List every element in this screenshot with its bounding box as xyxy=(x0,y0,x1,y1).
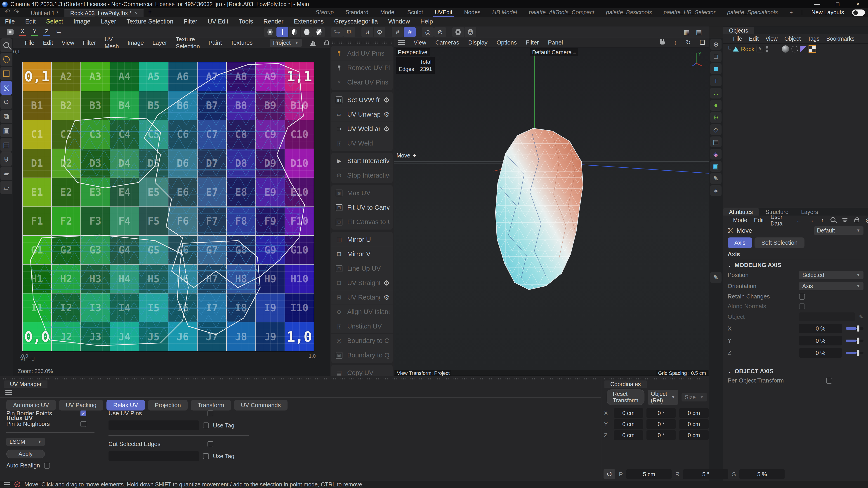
minimize-button[interactable]: — xyxy=(807,0,827,8)
dock-drag-handle[interactable] xyxy=(2,377,599,380)
uvw-tag-selected[interactable] xyxy=(809,45,816,53)
attributes-menu-edit[interactable]: Edit xyxy=(754,217,764,223)
pin-border-points-checkbox[interactable]: ✓ xyxy=(81,411,86,416)
orientation-dropdown[interactable]: Axis▼ xyxy=(799,282,864,290)
scale-y-field[interactable]: 0 cm xyxy=(679,419,709,429)
pen-icon[interactable]: ✎ xyxy=(710,173,721,184)
magic-icon[interactable]: ∗ xyxy=(710,185,721,196)
scale-tool-icon[interactable]: ⧉ xyxy=(0,109,12,123)
uv-menu-textures[interactable]: Textures xyxy=(230,39,253,46)
menu-file[interactable]: File xyxy=(5,18,15,25)
options-gear-icon[interactable]: ⚙ xyxy=(383,96,390,104)
retain-changes-checkbox[interactable] xyxy=(799,294,805,300)
menu-greyscalegorilla[interactable]: Greyscalegorilla xyxy=(334,18,378,25)
tab-layers[interactable]: Layers xyxy=(795,208,824,216)
frame-transform-icon[interactable]: ▣ xyxy=(0,124,12,137)
viewport-menu-filter[interactable]: Filter xyxy=(526,39,539,46)
normal-tag-icon[interactable] xyxy=(800,46,806,52)
layout-tab-palette-basictools[interactable]: palette_Basictools xyxy=(600,8,658,18)
uv-menu-layer[interactable]: Layer xyxy=(152,39,167,46)
attributes-menu-mode[interactable]: Mode xyxy=(733,217,747,223)
zoom-tool-icon[interactable] xyxy=(0,38,12,52)
attributes-menu-user-data[interactable]: User Data xyxy=(771,214,782,227)
x-slider[interactable] xyxy=(846,327,864,330)
uv-command-uv-weld-and-relax[interactable]: ⊃UV Weld and Relax...⚙ xyxy=(331,122,393,136)
close-button[interactable]: × xyxy=(848,0,868,8)
apply-button[interactable]: Apply xyxy=(6,450,45,458)
viewport-menu-options[interactable]: Options xyxy=(497,39,517,46)
object-axis-group[interactable]: ⌄ OBJECT AXIS xyxy=(723,365,868,376)
uv-manager-menu-icon[interactable] xyxy=(5,390,12,395)
menu-layer[interactable]: Layer xyxy=(101,18,116,25)
cluster-icon[interactable]: ∴ xyxy=(710,88,721,98)
use-tag-checkbox-2[interactable] xyxy=(203,453,209,459)
orbit-icon[interactable]: ↻ xyxy=(686,39,691,46)
uv-manager-tab-uv-commands[interactable]: UV Commands xyxy=(234,400,287,411)
object-link-field[interactable] xyxy=(799,313,855,321)
forward-icon[interactable]: → xyxy=(808,217,814,223)
rect-selection-icon[interactable] xyxy=(0,67,12,80)
lock-icon[interactable] xyxy=(324,39,329,46)
menu-uv-edit[interactable]: UV Edit xyxy=(208,18,228,25)
menu-filter[interactable]: Filter xyxy=(184,18,197,25)
modeling-axis-group[interactable]: ⌄ MODELING AXIS xyxy=(723,259,868,269)
position-y-field[interactable]: 0 cm xyxy=(614,419,643,429)
rotation-x-field[interactable]: 0 ° xyxy=(647,408,676,418)
mode-island-icon[interactable] xyxy=(301,27,313,37)
menu-tools[interactable]: Tools xyxy=(239,18,253,25)
text-icon[interactable]: T xyxy=(710,75,721,86)
viewport-menu-display[interactable]: Display xyxy=(468,39,487,46)
menu-render[interactable]: Render xyxy=(264,18,283,25)
magnet-tool-icon[interactable]: ⊌ xyxy=(0,152,12,166)
use-uv-pins-checkbox[interactable] xyxy=(208,411,213,416)
pin-to-neighbors-checkbox[interactable] xyxy=(81,421,86,427)
viewport-menu-cameras[interactable]: Cameras xyxy=(435,39,459,46)
flatten-tool-icon[interactable]: ▱ xyxy=(0,181,12,194)
size-dropdown[interactable]: Size▼ xyxy=(682,393,707,401)
uv-menu-edit[interactable]: Edit xyxy=(43,39,53,46)
per-object-transform-checkbox[interactable] xyxy=(826,378,832,384)
generator-gear-icon[interactable]: ⚙ xyxy=(710,112,721,123)
phong-tag-icon[interactable] xyxy=(792,46,798,53)
project-dropdown[interactable]: Project▼ xyxy=(270,39,302,47)
position-dropdown[interactable]: Selected▼ xyxy=(799,271,864,279)
layout-tab-sculpt[interactable]: Sculpt xyxy=(401,8,429,18)
viewport-menu-icon[interactable] xyxy=(398,40,405,45)
move-tool-icon[interactable]: ⤪ xyxy=(0,81,12,95)
up-icon[interactable]: ↑ xyxy=(821,217,824,223)
layout-tab-startup[interactable]: Startup xyxy=(310,8,340,18)
use-tag-checkbox-1[interactable] xyxy=(203,422,209,428)
axis-tab-button[interactable]: Axis xyxy=(727,237,752,248)
uv-menu-paint[interactable]: Paint xyxy=(209,39,222,46)
viewport-content[interactable]: Perspective Default Camera ⌗ Total Edges… xyxy=(394,47,709,370)
layers-tool-icon[interactable]: ▤ xyxy=(0,138,12,152)
cut-edges-tag-field[interactable] xyxy=(108,451,199,461)
target-icon[interactable]: ◎ xyxy=(866,217,868,223)
falloff-icon[interactable]: ◎ xyxy=(422,27,434,37)
filter-icon[interactable] xyxy=(842,217,848,223)
mode-uv-poly-icon[interactable] xyxy=(313,27,325,37)
uv-manager-tab-relax-uv[interactable]: Relax UV xyxy=(106,400,145,411)
uv-menu-file[interactable]: File xyxy=(25,39,34,46)
histogram-icon[interactable] xyxy=(310,39,315,46)
lock-icon[interactable] xyxy=(855,217,859,224)
undo-icon[interactable]: ↶ xyxy=(4,8,10,15)
relax-method-dropdown[interactable]: LSCM▼ xyxy=(6,437,45,446)
uv-command-mirror-u[interactable]: ◫Mirror U xyxy=(331,232,393,247)
texture-mode-icon[interactable] xyxy=(452,27,464,37)
scale-z-field[interactable]: 0 cm xyxy=(679,430,709,440)
object-name[interactable]: Rock xyxy=(741,46,754,53)
position-z-field[interactable]: 0 cm xyxy=(614,430,643,440)
uv-command-mirror-v[interactable]: ⊟Mirror V xyxy=(331,247,393,261)
axis-lock-z[interactable]: Z xyxy=(41,27,53,37)
camera-label[interactable]: Default Camera ⌗ xyxy=(530,48,578,56)
layout-tab-hb-model[interactable]: HB Model xyxy=(487,8,523,18)
skew-tool-icon[interactable]: ▰ xyxy=(0,166,12,180)
split-view-icon[interactable]: ❏ xyxy=(700,39,705,46)
menu-select[interactable]: Select xyxy=(46,18,63,25)
coordinate-mode-dropdown[interactable]: Object (Rel)▼ xyxy=(648,390,678,404)
objects-menu-tags[interactable]: Tags xyxy=(807,35,819,42)
redo-icon[interactable]: ↷ xyxy=(13,8,19,15)
uv-menu-view[interactable]: View xyxy=(62,39,74,46)
soft-selection-tab-button[interactable]: Soft Selection xyxy=(754,237,804,248)
